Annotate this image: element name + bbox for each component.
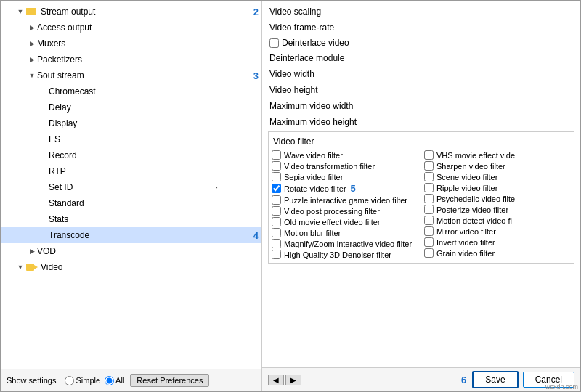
video-scaling-label: Video scaling [269,7,573,17]
rotate-checkbox[interactable] [272,184,281,193]
wave-checkbox[interactable] [272,150,281,160]
puzzle-checkbox[interactable] [272,195,281,205]
video-framerate-row: Video frame-rate [268,20,574,36]
tree-item-rtp[interactable]: ▶ RTP [1,163,261,179]
stream-output-icon [25,6,38,17]
es-label: ES [49,134,259,144]
video-filter-title: Video filter [272,135,571,150]
tree-item-record[interactable]: ▶ Record [1,147,261,163]
filter-wave: Wave video filter [272,150,418,160]
sharpen-checkbox[interactable] [424,161,434,171]
video-framerate-label: Video frame-rate [269,23,573,33]
ripple-label: Ripple video filter [436,184,497,192]
filter-ripple: Ripple video filter [424,182,571,193]
filter-motiondetect: Motion detect video fi [424,215,571,226]
deinterlace-video-checkbox[interactable] [269,38,279,48]
svg-marker-3 [34,265,38,269]
filter-grain: Grain video filter [424,248,571,258]
sout-stream-label: Sout stream [37,70,251,81]
motionblur-checkbox[interactable] [272,228,281,237]
tree-item-muxers[interactable]: ▶ Muxers [1,36,261,52]
tree-item-video[interactable]: ▼ Video [1,259,261,275]
max-video-height-row: Maximum video height [268,114,574,130]
video-width-row: Video width [268,66,574,82]
filter-motionblur: Motion blur filter [272,227,418,238]
hqdn3d-checkbox[interactable] [272,250,281,259]
psychedelic-checkbox[interactable] [424,194,434,203]
tree-item-stats[interactable]: ▶ Stats [1,211,261,227]
transform-label: Video transformation filter [284,162,375,171]
mirror-label: Mirror video filter [436,227,496,236]
scroll-right-button[interactable]: ▶ [285,375,301,385]
wave-label: Wave video filter [284,151,343,160]
magnify-checkbox[interactable] [272,239,281,248]
all-radio-label[interactable]: All [105,376,124,385]
invert-checkbox[interactable] [424,237,434,247]
posterize-checkbox[interactable] [424,205,434,214]
simple-radio[interactable] [65,376,74,385]
save-button[interactable]: Save [472,371,518,388]
scene-checkbox[interactable] [424,172,434,181]
bottom-controls: Show settings Simple All Reset Preferenc… [1,369,261,391]
tree-item-display[interactable]: ▶ Display [1,115,261,131]
sout-stream-badge: 3 [253,70,259,81]
tree-item-sout-stream[interactable]: ▼ Sout stream 3 [1,68,261,83]
deinterlace-module-label: Deinterlace module [269,53,573,63]
scroll-left-button[interactable]: ◀ [268,375,284,385]
tree-item-setid[interactable]: ▶ Set ID · [1,179,261,195]
filter-sepia: Sepia video filter [272,171,418,182]
reset-preferences-button[interactable]: Reset Preferences [130,374,209,387]
tree-item-packetizers[interactable]: ▶ Packetizers [1,52,261,68]
tree-item-chromecast[interactable]: ▶ Chromecast [1,83,261,99]
filter-posterize: Posterize video filter [424,204,571,215]
grain-label: Grain video filter [436,249,495,258]
tree-item-standard[interactable]: ▶ Standard [1,195,261,211]
postproc-checkbox[interactable] [272,206,281,216]
tree-item-es[interactable]: ▶ ES [1,131,261,147]
sharpen-label: Sharpen video filter [436,162,505,171]
tree-item-delay[interactable]: ▶ Delay [1,99,261,115]
tree-item-vod[interactable]: ▶ VOD [1,243,261,259]
filter-magnify: Magnify/Zoom interactive video filter [272,238,418,249]
delay-label: Delay [49,102,259,113]
muxers-label: Muxers [37,38,259,49]
chevron-down-video: ▼ [15,264,25,271]
chevron-right-vod: ▶ [27,248,37,255]
svg-rect-2 [26,264,34,271]
video-filter-section: Video filter Wave video filter Video tra… [268,131,574,264]
filter-puzzle: Puzzle interactive game video filter [272,195,418,205]
mirror-checkbox[interactable] [424,226,434,236]
tree-item-access-output[interactable]: ▶ Access output [1,20,261,36]
transcode-badge: 4 [253,230,259,241]
packetizers-label: Packetizers [37,54,259,65]
save-cancel-badge: 6 [461,375,466,385]
chevron-down-icon: ▼ [15,8,25,15]
video-label: Video [41,262,259,272]
oldmovie-checkbox[interactable] [272,217,281,226]
filter-video-transform: Video transformation filter [272,160,418,171]
deinterlace-module-row: Deinterlace module [268,50,574,66]
sepia-checkbox[interactable] [272,172,281,181]
grain-checkbox[interactable] [424,248,434,258]
tree-item-stream-output[interactable]: ▼ Stream output 2 [1,4,261,20]
motiondetect-checkbox[interactable] [424,216,434,225]
filter-vhs: VHS movie effect vide [424,150,571,160]
filter-mirror: Mirror video filter [424,226,571,237]
tree-item-transcode[interactable]: ▶ Transcode 4 [1,227,261,243]
filter-scene: Scene video filter [424,171,571,182]
vhs-checkbox[interactable] [424,150,434,160]
transform-checkbox[interactable] [272,161,281,171]
ripple-checkbox[interactable] [424,183,434,192]
simple-radio-label[interactable]: Simple [65,376,100,385]
posterize-label: Posterize video filter [436,205,508,214]
display-label: Display [49,118,259,128]
show-settings-label: Show settings [7,376,56,385]
access-output-label: Access output [37,23,259,33]
svg-rect-1 [26,8,31,10]
stream-output-label: Stream output [41,7,251,17]
all-radio[interactable] [105,376,114,385]
filter-right-col: VHS movie effect vide Sharpen video filt… [424,150,571,260]
max-video-width-row: Maximum video width [268,98,574,114]
rotate-label: Rotate video filter [284,184,346,193]
transcode-label: Transcode [49,230,251,240]
